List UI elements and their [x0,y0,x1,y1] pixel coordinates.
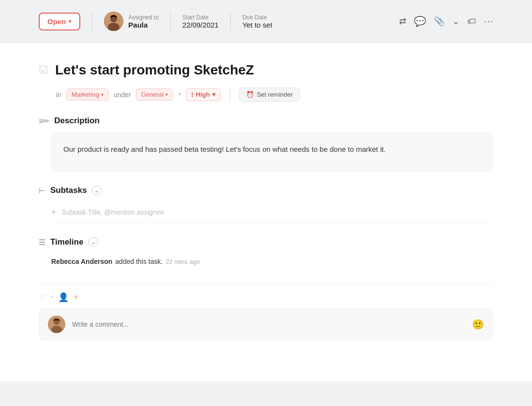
meta-divider [230,89,230,101]
main-content: ☑ Let's start promoting SketcheZ in Mark… [0,43,532,381]
tag-icon[interactable]: 🏷 [467,16,476,27]
dot-separator: • [178,89,181,100]
chevron-down-icon: ▾ [165,92,168,97]
emoji-icon[interactable]: 🙂 [472,319,484,330]
divider-2 [170,12,171,31]
due-date-label: Due Date [242,14,272,21]
start-date-section: Start Date 22/09/2021 [182,14,219,29]
exclamation-icon: ! [191,91,193,99]
description-text: Our product is ready and has passed beta… [63,144,481,155]
subtask-placeholder: Subtask Title, @mention assignee [61,208,164,216]
retweet-icon[interactable]: ⇄ [399,16,406,27]
plus-icon[interactable]: + [51,208,56,217]
assignee-section: Assigned to Paula [104,12,159,31]
toolbar-actions: ⇄ 💬 📎 ⌄ 🏷 ⋯ [399,15,493,27]
due-date-value: Yet to set [242,21,272,29]
due-date-section: Due Date Yet to set [242,14,272,29]
timeline-collapse-icon[interactable]: ⌄ [89,237,98,247]
task-title-row: ☑ Let's start promoting SketcheZ [39,62,493,78]
timeline-action: added this task. [115,258,163,265]
more-options-icon[interactable]: ⋯ [484,15,493,27]
reminder-label: Set reminder [257,91,293,98]
commenter-avatar [48,316,65,333]
subtask-add-row: + Subtask Title, @mention assignee [51,202,493,223]
timeline-time: 22 mins ago [165,258,200,265]
comment-icon[interactable]: 💬 [414,15,426,27]
priority-button[interactable]: ! High ▾ [186,88,221,101]
subcategory-button[interactable]: General ▾ [136,88,173,101]
subtasks-title: Subtasks [50,186,87,195]
subtasks-header: ⊢ Subtasks ⌄ [39,186,493,195]
category-button[interactable]: Marketing ▾ [66,88,109,101]
subtasks-collapse-icon[interactable]: ⌄ [92,186,102,195]
comment-input[interactable] [72,320,465,328]
description-title: Description [54,116,100,126]
task-checkbox-icon[interactable]: ☑ [39,64,48,76]
description-section: ≡✏ Description Our product is ready and … [39,116,493,171]
assign-user-icon[interactable]: 👤 [58,292,69,303]
description-header: ≡✏ Description [39,116,493,126]
attachment-icon[interactable]: 📎 [434,16,444,27]
subcategory-label: General [141,91,163,98]
open-label: Open [47,17,66,26]
timeline-header: ☰ Timeline ⌄ [39,237,493,247]
reminder-button[interactable]: ⏰ Set reminder [239,87,300,102]
chevron-down-icon: ▾ [69,18,72,25]
chevron-down-icon: ▾ [101,92,103,97]
timeline-icon: ☰ [39,238,45,247]
description-box[interactable]: Our product is ready and has passed beta… [51,132,493,171]
start-date-value: 22/09/2021 [182,21,219,29]
description-icon: ≡✏ [39,116,49,126]
top-bar: Open ▾ Assigned to Paula Start Date 22/0… [0,0,532,43]
timeline-author: Rebecca Anderson [51,258,112,265]
avatar [104,12,123,31]
timeline-entry: Rebecca Anderson added this task. 22 min… [51,254,493,269]
add-icon[interactable]: + [74,292,79,303]
under-label: under [114,91,131,99]
task-title: Let's start promoting SketcheZ [55,62,254,78]
divider-3 [230,12,231,31]
subtasks-section: ⊢ Subtasks ⌄ + Subtask Title, @mention a… [39,186,493,223]
heart-icon[interactable]: ♡ [39,292,46,303]
chevron-down-icon[interactable]: ⌄ [452,16,459,27]
timeline-title: Timeline [50,237,84,247]
subtasks-icon: ⊢ [39,186,45,195]
open-status-button[interactable]: Open ▾ [39,13,80,30]
assignee-text: Assigned to Paula [128,14,159,29]
comment-box: 🙂 [39,308,493,340]
task-meta: in Marketing ▾ under General ▾ • ! High … [39,87,493,102]
category-label: Marketing [72,91,99,98]
assigned-label: Assigned to [128,14,159,21]
comment-toolbar: ♡ • 👤 + [39,284,493,308]
assigned-name: Paula [128,21,159,29]
in-label: in [56,91,61,99]
alarm-icon: ⏰ [246,91,254,98]
timeline-section: ☰ Timeline ⌄ Rebecca Anderson added this… [39,237,493,269]
priority-label: High [196,91,210,98]
start-date-label: Start Date [182,14,219,21]
dot-sep: • [51,294,53,301]
divider [92,12,92,31]
chevron-down-icon: ▾ [212,91,216,98]
